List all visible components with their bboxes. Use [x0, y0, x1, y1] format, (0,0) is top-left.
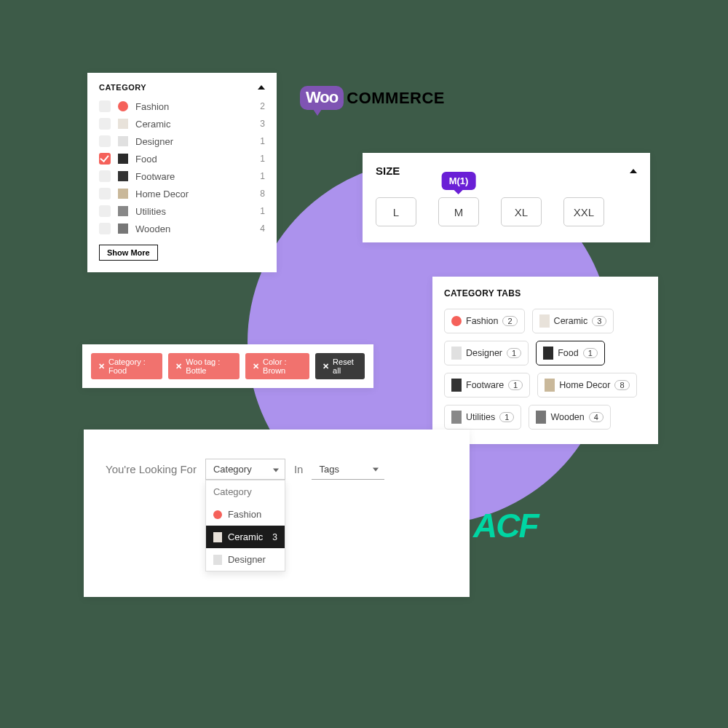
category-row[interactable]: Home Decor8: [99, 185, 265, 202]
category-tab[interactable]: Home Decor8: [537, 373, 636, 397]
checkbox[interactable]: [99, 135, 111, 147]
size-tooltip: M(1): [442, 172, 476, 190]
thumbnail-icon: [118, 171, 128, 181]
close-icon: ✕: [175, 362, 182, 371]
category-count: 3: [260, 119, 265, 129]
option-label: Fashion: [228, 509, 261, 520]
search-builder-panel: You're Looking For Category Category Fas…: [84, 430, 470, 597]
thumbnail-icon: [213, 532, 222, 542]
thumbnail-icon: [118, 206, 128, 216]
search-mid-text: In: [294, 463, 304, 475]
tab-count: 1: [499, 412, 514, 422]
color-swatch-icon: [213, 510, 222, 519]
tab-label: Footware: [466, 380, 504, 390]
category-row[interactable]: Food1: [99, 150, 265, 167]
filter-chip[interactable]: ✕Color : Brown: [245, 353, 309, 379]
category-tab[interactable]: Ceramic3: [532, 309, 614, 333]
category-tab[interactable]: Wooden4: [529, 405, 610, 430]
tab-count: 4: [589, 412, 604, 422]
checkbox[interactable]: [99, 153, 111, 165]
thumbnail-icon: [451, 379, 462, 392]
category-count: 1: [260, 171, 265, 181]
category-title: CATEGORY: [99, 83, 146, 92]
dropdown-option[interactable]: Ceramic3: [206, 526, 285, 548]
category-label: Food: [135, 154, 260, 165]
tab-count: 1: [508, 380, 523, 390]
thumbnail-icon: [543, 347, 553, 360]
filter-chip[interactable]: ✕Category : Food: [91, 353, 162, 379]
checkbox[interactable]: [99, 188, 111, 199]
tab-count: 8: [614, 380, 629, 390]
woocommerce-logo: Woo COMMERCE: [300, 86, 445, 110]
category-tab[interactable]: Designer1: [444, 341, 529, 365]
thumbnail-icon: [213, 555, 222, 565]
option-count: 3: [272, 532, 277, 542]
chevron-down-icon: [373, 468, 379, 472]
filter-chip[interactable]: ✕Woo tag : Bottle: [168, 353, 240, 379]
close-icon: ✕: [323, 362, 329, 371]
category-tab[interactable]: Utilities1: [444, 405, 521, 430]
tab-count: 2: [502, 316, 517, 326]
color-swatch-icon: [118, 101, 128, 111]
category-filter-panel: CATEGORY Fashion2Ceramic3Designer1Food1F…: [87, 73, 277, 272]
active-filters-panel: ✕Category : Food✕Woo tag : Bottle✕Color …: [82, 344, 373, 388]
category-label: Wooden: [135, 223, 260, 234]
reset-all-chip[interactable]: ✕Reset all: [315, 353, 365, 379]
category-count: 1: [260, 154, 265, 164]
tab-label: Ceramic: [554, 316, 588, 326]
woo-text: COMMERCE: [347, 89, 445, 108]
category-count: 8: [260, 189, 265, 199]
size-option-m[interactable]: MM(1): [438, 197, 479, 226]
checkbox[interactable]: [99, 100, 111, 112]
category-row[interactable]: Ceramic3: [99, 115, 265, 132]
thumbnail-icon: [118, 189, 128, 199]
thumbnail-icon: [118, 136, 128, 146]
close-icon: ✕: [98, 362, 105, 371]
size-filter-panel: SIZE LMM(1)XLXXL: [363, 153, 650, 242]
chip-label: Woo tag : Bottle: [186, 357, 232, 375]
category-count: 1: [260, 136, 265, 146]
category-row[interactable]: Wooden4: [99, 220, 265, 237]
size-option-xxl[interactable]: XXL: [563, 197, 604, 226]
option-label: Ceramic: [228, 531, 263, 542]
chevron-down-icon: [273, 468, 279, 472]
checkbox[interactable]: [99, 170, 111, 182]
category-tab[interactable]: Food1: [536, 341, 605, 365]
show-more-button[interactable]: Show More: [99, 245, 158, 261]
thumbnail-icon: [118, 223, 128, 234]
dropdown-header: Category: [206, 480, 285, 503]
category-tab[interactable]: Footware1: [444, 373, 530, 397]
chevron-up-icon[interactable]: [258, 85, 265, 90]
category-row[interactable]: Utilities1: [99, 202, 265, 220]
chevron-up-icon[interactable]: [630, 169, 637, 173]
tab-count: 1: [583, 348, 598, 358]
checkbox[interactable]: [99, 205, 111, 217]
checkbox[interactable]: [99, 118, 111, 130]
tab-label: Food: [558, 348, 579, 358]
tags-select-value: Tags: [319, 464, 339, 475]
thumbnail-icon: [118, 119, 128, 129]
category-select[interactable]: Category Category FashionCeramic3Designe…: [205, 459, 285, 480]
chip-label: Category : Food: [108, 357, 155, 375]
category-tabs-title: CATEGORY TABS: [444, 288, 646, 298]
size-option-l[interactable]: L: [376, 197, 416, 226]
tab-label: Utilities: [466, 412, 495, 422]
thumbnail-icon: [118, 154, 128, 164]
category-row[interactable]: Footware1: [99, 167, 265, 185]
category-row[interactable]: Designer1: [99, 132, 265, 150]
checkbox[interactable]: [99, 223, 111, 234]
category-select-value: Category: [213, 464, 252, 475]
category-count: 4: [260, 223, 265, 234]
search-lead-text: You're Looking For: [106, 463, 197, 475]
size-title: SIZE: [376, 165, 400, 177]
category-tab[interactable]: Fashion2: [444, 309, 525, 333]
size-option-xl[interactable]: XL: [501, 197, 542, 226]
dropdown-option[interactable]: Designer: [206, 548, 285, 571]
chip-label: Reset all: [333, 357, 357, 375]
category-label: Fashion: [135, 101, 260, 112]
category-row[interactable]: Fashion2: [99, 98, 265, 115]
category-label: Designer: [135, 136, 260, 147]
dropdown-option[interactable]: Fashion: [206, 503, 285, 526]
thumbnail-icon: [545, 379, 555, 392]
tags-select[interactable]: Tags: [312, 459, 384, 480]
